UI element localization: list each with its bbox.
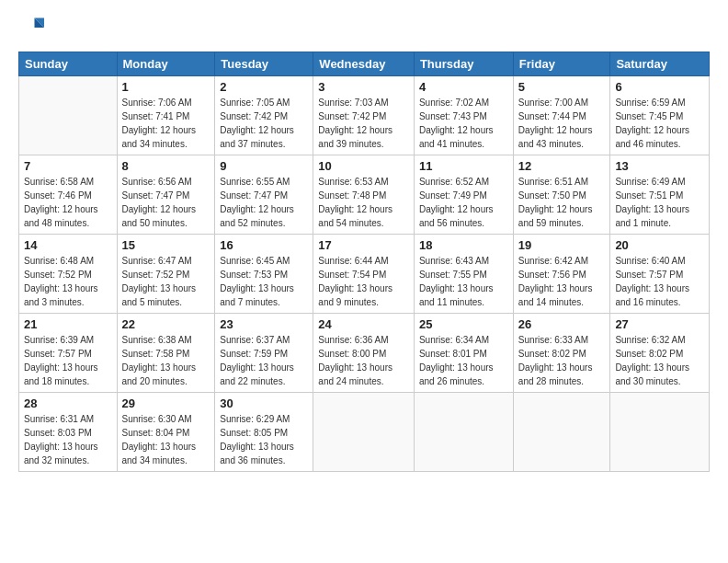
day-detail: Sunrise: 6:58 AMSunset: 7:46 PMDaylight:… — [24, 175, 112, 230]
day-number: 30 — [220, 396, 308, 410]
day-detail: Sunrise: 6:36 AMSunset: 8:00 PMDaylight:… — [318, 333, 409, 388]
weekday-header: Thursday — [414, 52, 513, 76]
day-number: 8 — [122, 159, 210, 173]
day-detail: Sunrise: 6:30 AMSunset: 8:04 PMDaylight:… — [122, 412, 210, 467]
day-detail: Sunrise: 6:32 AMSunset: 8:02 PMDaylight:… — [615, 333, 704, 388]
day-detail: Sunrise: 6:47 AMSunset: 7:52 PMDaylight:… — [122, 254, 210, 309]
weekday-header: Wednesday — [313, 52, 415, 76]
calendar-cell: 29Sunrise: 6:30 AMSunset: 8:04 PMDayligh… — [117, 393, 215, 472]
day-number: 26 — [518, 317, 606, 331]
calendar-cell: 5Sunrise: 7:00 AMSunset: 7:44 PMDaylight… — [513, 76, 610, 155]
day-number: 12 — [518, 159, 606, 173]
day-number: 15 — [122, 238, 210, 252]
calendar-cell: 21Sunrise: 6:39 AMSunset: 7:57 PMDayligh… — [19, 314, 118, 393]
day-detail: Sunrise: 7:05 AMSunset: 7:42 PMDaylight:… — [220, 96, 308, 151]
calendar-cell: 4Sunrise: 7:02 AMSunset: 7:43 PMDaylight… — [414, 76, 513, 155]
day-detail: Sunrise: 6:53 AMSunset: 7:48 PMDaylight:… — [318, 175, 409, 230]
day-detail: Sunrise: 6:56 AMSunset: 7:47 PMDaylight:… — [122, 175, 210, 230]
day-number: 19 — [518, 238, 606, 252]
calendar-cell: 12Sunrise: 6:51 AMSunset: 7:50 PMDayligh… — [513, 155, 610, 235]
calendar-cell: 1Sunrise: 7:06 AMSunset: 7:41 PMDaylight… — [117, 76, 215, 155]
day-number: 27 — [615, 317, 704, 331]
calendar-cell — [610, 393, 710, 472]
calendar-cell: 19Sunrise: 6:42 AMSunset: 7:56 PMDayligh… — [513, 235, 610, 314]
day-number: 11 — [419, 159, 508, 173]
day-detail: Sunrise: 6:48 AMSunset: 7:52 PMDaylight:… — [24, 254, 112, 309]
day-number: 13 — [615, 159, 704, 173]
day-detail: Sunrise: 7:03 AMSunset: 7:42 PMDaylight:… — [318, 96, 409, 151]
calendar-cell: 6Sunrise: 6:59 AMSunset: 7:45 PMDaylight… — [610, 76, 710, 155]
day-detail: Sunrise: 6:59 AMSunset: 7:45 PMDaylight:… — [615, 96, 704, 151]
page: SundayMondayTuesdayWednesdayThursdayFrid… — [0, 0, 728, 563]
day-number: 21 — [24, 317, 112, 331]
day-number: 4 — [419, 80, 508, 94]
week-row: 14Sunrise: 6:48 AMSunset: 7:52 PMDayligh… — [19, 235, 710, 314]
day-number: 28 — [24, 396, 112, 410]
day-detail: Sunrise: 6:31 AMSunset: 8:03 PMDaylight:… — [24, 412, 112, 467]
day-detail: Sunrise: 6:49 AMSunset: 7:51 PMDaylight:… — [615, 175, 704, 230]
header — [18, 15, 710, 40]
day-number: 5 — [518, 80, 606, 94]
day-number: 29 — [122, 396, 210, 410]
calendar-cell — [414, 393, 513, 472]
day-number: 25 — [419, 317, 508, 331]
day-detail: Sunrise: 6:38 AMSunset: 7:58 PMDaylight:… — [122, 333, 210, 388]
day-number: 1 — [122, 80, 210, 94]
calendar-cell: 17Sunrise: 6:44 AMSunset: 7:54 PMDayligh… — [313, 235, 415, 314]
day-number: 16 — [220, 238, 308, 252]
calendar-cell: 8Sunrise: 6:56 AMSunset: 7:47 PMDaylight… — [117, 155, 215, 235]
calendar-cell: 28Sunrise: 6:31 AMSunset: 8:03 PMDayligh… — [19, 393, 118, 472]
day-detail: Sunrise: 6:39 AMSunset: 7:57 PMDaylight:… — [24, 333, 112, 388]
day-number: 14 — [24, 238, 112, 252]
weekday-header: Monday — [117, 52, 215, 76]
calendar-header-row: SundayMondayTuesdayWednesdayThursdayFrid… — [19, 52, 710, 76]
calendar-cell: 2Sunrise: 7:05 AMSunset: 7:42 PMDaylight… — [215, 76, 313, 155]
day-detail: Sunrise: 7:00 AMSunset: 7:44 PMDaylight:… — [518, 96, 606, 151]
calendar-cell: 24Sunrise: 6:36 AMSunset: 8:00 PMDayligh… — [313, 314, 415, 393]
day-number: 9 — [220, 159, 308, 173]
calendar-cell: 20Sunrise: 6:40 AMSunset: 7:57 PMDayligh… — [610, 235, 710, 314]
day-detail: Sunrise: 6:44 AMSunset: 7:54 PMDaylight:… — [318, 254, 409, 309]
day-number: 20 — [615, 238, 704, 252]
calendar-cell: 30Sunrise: 6:29 AMSunset: 8:05 PMDayligh… — [215, 393, 313, 472]
day-detail: Sunrise: 7:06 AMSunset: 7:41 PMDaylight:… — [122, 96, 210, 151]
calendar-cell: 22Sunrise: 6:38 AMSunset: 7:58 PMDayligh… — [117, 314, 215, 393]
calendar-cell — [313, 393, 415, 472]
calendar-cell: 9Sunrise: 6:55 AMSunset: 7:47 PMDaylight… — [215, 155, 313, 235]
calendar-cell: 13Sunrise: 6:49 AMSunset: 7:51 PMDayligh… — [610, 155, 710, 235]
weekday-header: Saturday — [610, 52, 710, 76]
calendar-cell: 23Sunrise: 6:37 AMSunset: 7:59 PMDayligh… — [215, 314, 313, 393]
day-detail: Sunrise: 6:33 AMSunset: 8:02 PMDaylight:… — [518, 333, 606, 388]
calendar-cell: 26Sunrise: 6:33 AMSunset: 8:02 PMDayligh… — [513, 314, 610, 393]
day-number: 23 — [220, 317, 308, 331]
day-detail: Sunrise: 6:43 AMSunset: 7:55 PMDaylight:… — [419, 254, 508, 309]
day-detail: Sunrise: 6:45 AMSunset: 7:53 PMDaylight:… — [220, 254, 308, 309]
calendar-cell: 15Sunrise: 6:47 AMSunset: 7:52 PMDayligh… — [117, 235, 215, 314]
day-number: 22 — [122, 317, 210, 331]
day-number: 6 — [615, 80, 704, 94]
day-detail: Sunrise: 6:52 AMSunset: 7:49 PMDaylight:… — [419, 175, 508, 230]
weekday-header: Friday — [513, 52, 610, 76]
calendar-cell: 27Sunrise: 6:32 AMSunset: 8:02 PMDayligh… — [610, 314, 710, 393]
calendar-cell: 18Sunrise: 6:43 AMSunset: 7:55 PMDayligh… — [414, 235, 513, 314]
day-detail: Sunrise: 6:40 AMSunset: 7:57 PMDaylight:… — [615, 254, 704, 309]
week-row: 1Sunrise: 7:06 AMSunset: 7:41 PMDaylight… — [19, 76, 710, 155]
day-number: 3 — [318, 80, 409, 94]
calendar-cell: 10Sunrise: 6:53 AMSunset: 7:48 PMDayligh… — [313, 155, 415, 235]
calendar-table: SundayMondayTuesdayWednesdayThursdayFrid… — [18, 52, 710, 472]
calendar-cell: 25Sunrise: 6:34 AMSunset: 8:01 PMDayligh… — [414, 314, 513, 393]
day-detail: Sunrise: 6:55 AMSunset: 7:47 PMDaylight:… — [220, 175, 308, 230]
day-number: 24 — [318, 317, 409, 331]
day-number: 2 — [220, 80, 308, 94]
day-number: 10 — [318, 159, 409, 173]
logo — [18, 15, 48, 40]
calendar-cell — [513, 393, 610, 472]
weekday-header: Sunday — [19, 52, 118, 76]
week-row: 28Sunrise: 6:31 AMSunset: 8:03 PMDayligh… — [19, 393, 710, 472]
day-detail: Sunrise: 6:51 AMSunset: 7:50 PMDaylight:… — [518, 175, 606, 230]
calendar-cell: 7Sunrise: 6:58 AMSunset: 7:46 PMDaylight… — [19, 155, 118, 235]
calendar-cell: 14Sunrise: 6:48 AMSunset: 7:52 PMDayligh… — [19, 235, 118, 314]
calendar-cell: 3Sunrise: 7:03 AMSunset: 7:42 PMDaylight… — [313, 76, 415, 155]
calendar-cell — [19, 76, 118, 155]
day-detail: Sunrise: 6:29 AMSunset: 8:05 PMDaylight:… — [220, 412, 308, 467]
